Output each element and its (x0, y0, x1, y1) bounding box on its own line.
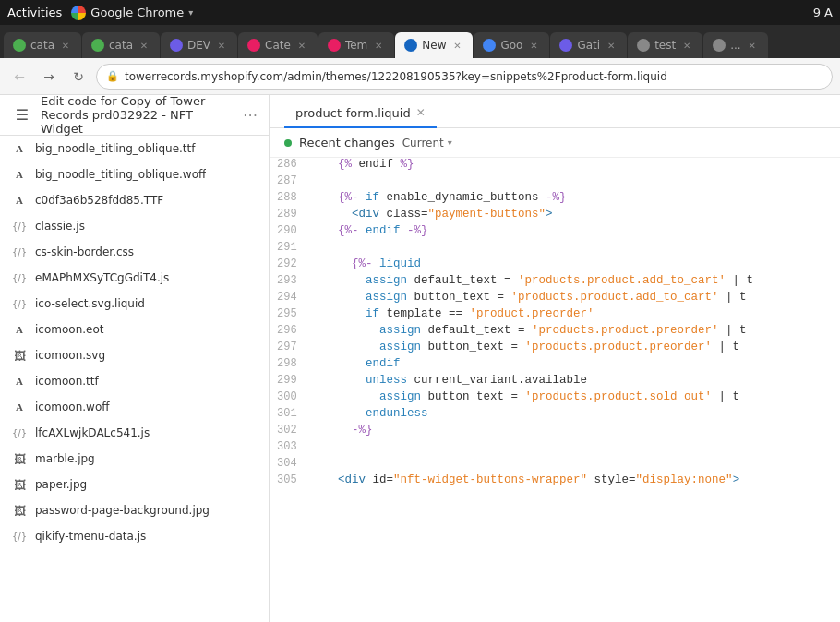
browser-tab-new[interactable]: New✕ (395, 32, 473, 58)
file-type-icon: {/} (11, 295, 28, 312)
back-button[interactable]: ← (7, 65, 31, 89)
sidebar-file-item[interactable]: {/}lfcAXLwjkDALc541.js (0, 420, 269, 446)
file-name: cs-skin-border.css (35, 245, 134, 258)
browser-tab-goo[interactable]: Goo✕ (474, 32, 549, 58)
browser-tab-gati[interactable]: Gati✕ (550, 32, 627, 58)
tab-close-icon[interactable]: ✕ (138, 39, 150, 52)
line-code[interactable]: {%- endif -%} (310, 224, 840, 237)
line-code[interactable]: endunless (310, 407, 840, 420)
line-code[interactable]: assign button_text = 'products.product.p… (310, 341, 840, 353)
file-name: classie.js (35, 220, 85, 233)
line-code[interactable]: {%- liquid (310, 257, 840, 270)
tab-close-icon[interactable]: ✕ (59, 39, 72, 52)
tab-favicon (91, 39, 104, 52)
line-code[interactable] (310, 241, 840, 254)
sidebar-back-button[interactable]: ☰ (11, 104, 33, 126)
sidebar-file-item[interactable]: 🖼marble.jpg (0, 446, 269, 472)
code-line: 293 assign default_text = 'products.prod… (270, 274, 840, 291)
code-line: 288 {%- if enable_dynamic_buttons -%} (270, 191, 840, 208)
browser-tab-cata1[interactable]: cata✕ (4, 32, 81, 58)
sidebar-file-item[interactable]: {/}qikify-tmenu-data.js (0, 523, 269, 549)
line-code[interactable]: {% endif %} (310, 158, 840, 171)
line-code[interactable] (310, 440, 840, 453)
file-name: big_noodle_titling_oblique.woff (35, 168, 206, 181)
line-code[interactable]: -%} (310, 424, 840, 437)
chrome-app[interactable]: Google Chrome ▾ (71, 6, 193, 20)
sidebar-file-item[interactable]: Aicomoon.eot (0, 317, 269, 342)
browser-tab-tem[interactable]: Tem✕ (318, 32, 394, 58)
browser-tab-dev[interactable]: DEV✕ (161, 32, 237, 58)
code-editor[interactable]: 286 {% endif %}287 288 {%- if enable_dyn… (270, 158, 840, 622)
line-code[interactable]: assign button_text = 'products.product.s… (310, 390, 840, 403)
editor-tab-product-form[interactable]: product-form.liquid ✕ (284, 99, 437, 128)
code-line: 303 (270, 440, 840, 457)
tab-close-icon[interactable]: ✕ (746, 39, 759, 52)
sidebar-file-item[interactable]: 🖼paper.jpg (0, 472, 269, 497)
file-type-icon: A (11, 192, 28, 209)
tab-close-icon[interactable]: ✕ (215, 39, 228, 52)
tab-close-icon[interactable]: ✕ (527, 39, 540, 52)
sidebar-file-item[interactable]: 🖼icomoon.svg (0, 342, 269, 368)
chrome-label: Google Chrome (90, 6, 184, 19)
address-text: towerrecords.myshopify.com/admin/themes/… (125, 70, 667, 83)
address-bar[interactable]: 🔒 towerrecords.myshopify.com/admin/theme… (96, 64, 833, 90)
browser-tab-ext[interactable]: ...✕ (703, 32, 767, 58)
tabs-bar: cata✕cata✕DEV✕Cate✕Tem✕New✕Goo✕Gati✕test… (0, 25, 840, 58)
activities-label[interactable]: Activities (7, 6, 62, 19)
code-line: 302 -%} (270, 424, 840, 440)
line-code[interactable]: assign default_text = 'products.product.… (310, 274, 840, 287)
sidebar-file-item[interactable]: Aicomoon.woff (0, 394, 269, 420)
file-name: icomoon.woff (35, 401, 110, 413)
tab-close-icon[interactable]: ✕ (680, 39, 693, 52)
browser-tab-test[interactable]: test✕ (628, 32, 702, 58)
tab-close-icon[interactable]: ✕ (372, 39, 385, 52)
code-line: 296 assign default_text = 'products.prod… (270, 324, 840, 341)
chrome-dropdown-icon[interactable]: ▾ (188, 7, 193, 18)
line-code[interactable] (310, 457, 840, 470)
sidebar-file-item[interactable]: {/}eMAPhMXSyTCgGdiT4.js (0, 265, 269, 291)
forward-button[interactable]: → (37, 65, 61, 89)
lock-icon: 🔒 (106, 70, 119, 82)
top-bar: Activities Google Chrome ▾ 9 A (0, 0, 840, 25)
line-code[interactable]: unless current_variant.available (310, 374, 840, 387)
tab-label: Tem (345, 39, 367, 52)
tab-close-icon[interactable]: ✕ (605, 39, 618, 52)
tab-label: test (654, 39, 676, 52)
sidebar-file-item[interactable]: {/}classie.js (0, 213, 269, 239)
line-code[interactable]: {%- if enable_dynamic_buttons -%} (310, 191, 840, 204)
file-name: big_noodle_titling_oblique.ttf (35, 142, 196, 155)
content-area: ☰ Edit code for Copy of Tower Records pr… (0, 95, 840, 622)
line-code[interactable]: endif (310, 357, 840, 370)
tab-close-icon[interactable]: ✕ (295, 39, 308, 52)
line-number: 302 (277, 424, 310, 437)
line-code[interactable]: assign button_text = 'products.product.a… (310, 291, 840, 304)
sidebar-file-item[interactable]: {/}ico-select.svg.liquid (0, 291, 269, 317)
sidebar-file-item[interactable]: Aicomoon.ttf (0, 368, 269, 394)
line-number: 303 (277, 440, 310, 453)
line-code[interactable]: <div id="nft-widget-buttons-wrapper" sty… (310, 473, 840, 486)
tab-close-icon[interactable]: ✕ (450, 39, 463, 52)
sidebar-file-item[interactable]: Abig_noodle_titling_oblique.ttf (0, 136, 269, 161)
reload-button[interactable]: ↻ (66, 65, 90, 89)
sidebar-file-item[interactable]: 🖼password-page-background.jpg (0, 497, 269, 523)
file-type-icon: A (11, 140, 28, 157)
code-line: 287 (270, 174, 840, 191)
sidebar-file-item[interactable]: Ac0df3a6b528fdd85.TTF (0, 187, 269, 213)
code-line: 301 endunless (270, 407, 840, 424)
line-code[interactable] (310, 174, 840, 187)
current-badge[interactable]: Current ▾ (402, 137, 452, 150)
browser-tab-cate[interactable]: Cate✕ (238, 32, 318, 58)
code-line: 298 endif (270, 357, 840, 374)
tab-favicon (713, 39, 726, 52)
line-code[interactable]: assign default_text = 'products.product.… (310, 324, 840, 337)
file-type-icon: {/} (11, 528, 28, 544)
sidebar-file-item[interactable]: {/}cs-skin-border.css (0, 239, 269, 265)
editor-tab-close-icon[interactable]: ✕ (416, 106, 426, 119)
line-number: 305 (277, 473, 310, 486)
browser-tab-cata2[interactable]: cata✕ (82, 32, 160, 58)
sidebar-file-item[interactable]: Abig_noodle_titling_oblique.woff (0, 161, 269, 187)
line-number: 301 (277, 407, 310, 420)
line-code[interactable]: if template == 'product.preorder' (310, 307, 840, 320)
line-code[interactable]: <div class="payment-buttons"> (310, 208, 840, 221)
sidebar-more-button[interactable]: ⋯ (243, 106, 258, 124)
